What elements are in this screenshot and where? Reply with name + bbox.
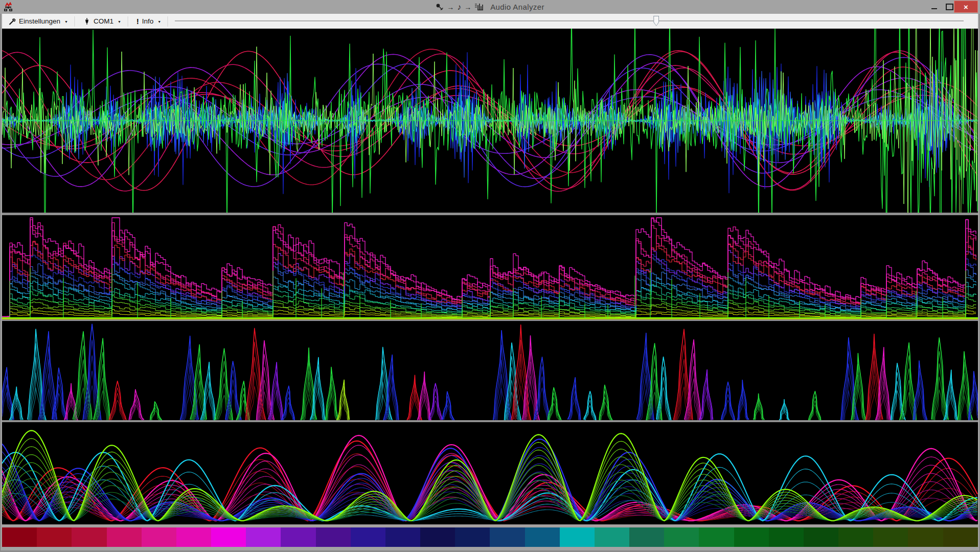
colorbar-segment — [908, 527, 943, 547]
colorbar-segment — [943, 527, 978, 547]
minimize-icon — [931, 8, 937, 9]
plug-icon — [83, 18, 90, 25]
minimize-button[interactable] — [926, 0, 942, 13]
colorbar-segment — [629, 527, 664, 547]
colorbar-segment — [211, 527, 246, 547]
microphone-icon — [436, 3, 444, 11]
app-window: → ♪ → Audio Analyzer × E — [0, 0, 980, 552]
colorbar-segment — [664, 527, 699, 547]
toolbar: Einstellungen ▼ COM1 ▼ ! Info ▼ — [2, 14, 978, 29]
colorbar-segment — [385, 527, 420, 547]
titlebar: → ♪ → Audio Analyzer × — [0, 0, 980, 14]
slider-thumb-face — [654, 16, 658, 26]
waveform-scope-panel — [2, 29, 978, 213]
position-slider[interactable] — [175, 14, 964, 29]
colorbar-segment — [142, 527, 176, 547]
colorbar-segment — [838, 527, 873, 547]
settings-menu-button[interactable]: Einstellungen ▼ — [4, 15, 73, 28]
colorbar-segment — [734, 527, 769, 547]
colorbar-segment — [351, 527, 385, 547]
exclamation-icon: ! — [136, 17, 139, 26]
colorbar-segment — [769, 527, 804, 547]
slider-track[interactable] — [175, 20, 964, 22]
colorbar-segment — [873, 527, 908, 547]
maximize-icon — [946, 4, 953, 10]
toolbar-separator — [75, 16, 75, 27]
com-port-menu-button[interactable]: COM1 ▼ — [78, 15, 126, 28]
music-note-icon: ♪ — [457, 3, 461, 11]
colorbar-segment — [316, 527, 351, 547]
colorbar-segment — [560, 527, 595, 547]
close-button[interactable]: × — [954, 1, 978, 13]
envelope-ribbons-panel — [2, 422, 978, 524]
chevron-down-icon: ▼ — [118, 19, 121, 24]
spectrum-colorbar — [2, 527, 978, 547]
chevron-down-icon: ▼ — [64, 19, 68, 24]
window-title: Audio Analyzer — [490, 3, 544, 11]
arrow-icon: → — [447, 4, 454, 11]
arrow-icon: → — [464, 4, 471, 11]
slider-thumb[interactable] — [653, 16, 659, 26]
colorbar-segment — [699, 527, 734, 547]
wrench-icon — [9, 18, 16, 25]
toolbar-separator — [128, 16, 128, 27]
spectrum-peaks-panel — [2, 321, 978, 420]
colorbar-segment — [2, 527, 37, 547]
colorbar-segment — [455, 527, 490, 547]
colorbar-segment — [72, 527, 106, 547]
title-area: → ♪ → Audio Analyzer — [0, 0, 980, 14]
colorbar-segment — [804, 527, 838, 547]
colorbar-segment — [595, 527, 629, 547]
colorbar-segment — [281, 527, 315, 547]
colorbar-segment — [37, 527, 72, 547]
spectrum-decay-panel — [2, 215, 978, 319]
close-icon: × — [964, 3, 968, 11]
settings-menu-label: Einstellungen — [19, 17, 60, 25]
colorbar-segment — [246, 527, 281, 547]
colorbar-segment — [525, 527, 560, 547]
colorbar-segment — [176, 527, 211, 547]
colorbar-segment — [420, 527, 455, 547]
spectrum-icon — [474, 3, 483, 11]
colorbar-segment — [107, 527, 142, 547]
toolbar-separator — [168, 16, 168, 27]
info-menu-label: Info — [142, 17, 154, 25]
info-menu-button[interactable]: ! Info ▼ — [131, 15, 166, 28]
com-port-menu-label: COM1 — [94, 17, 113, 25]
colorbar-segment — [490, 527, 525, 547]
chevron-down-icon: ▼ — [157, 19, 161, 24]
